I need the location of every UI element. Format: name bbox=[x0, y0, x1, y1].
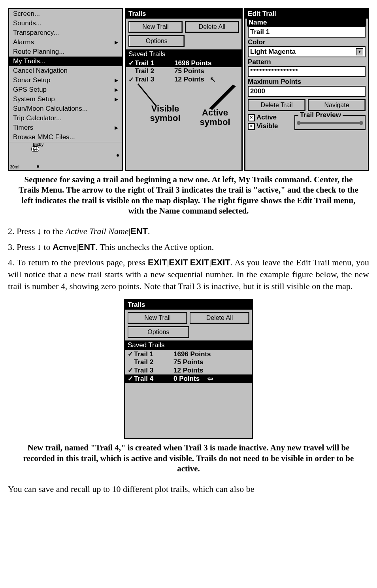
figure-2: Trails New Trail Delete All Options Save… bbox=[8, 299, 369, 439]
trail-row-1[interactable]: ✓ Trail 1 1696 Points bbox=[126, 59, 241, 67]
trail-name: Trail 4 bbox=[134, 375, 173, 383]
name-field[interactable]: Trail 1 bbox=[248, 26, 366, 38]
menu-trip-calculator[interactable]: Trip Calculator... bbox=[9, 113, 122, 123]
trail-points: 0 Points bbox=[173, 375, 200, 383]
new-trail-button-2[interactable]: New Trail bbox=[128, 312, 187, 324]
step-3-text: 3. Press ↓ to Active|ENT. This unchecks … bbox=[8, 241, 369, 253]
delete-trail-button[interactable]: Delete Trail bbox=[248, 99, 305, 111]
trail-name: Trail 1 bbox=[134, 350, 173, 358]
saved-trails-header: Saved Trails bbox=[126, 49, 241, 59]
check-icon: ✓ bbox=[128, 374, 134, 383]
delete-all-button[interactable]: Delete All bbox=[185, 21, 239, 33]
trail-row[interactable]: ✓ Trail 1 1696 Points bbox=[125, 350, 252, 358]
step-2-text: 2. Press ↓ to the Active Trail Name|ENT. bbox=[8, 225, 369, 237]
visible-checkbox[interactable]: ×Visible bbox=[248, 122, 291, 130]
pattern-label: Pattern bbox=[248, 58, 366, 66]
menu-sun-moon[interactable]: Sun/Moon Calculations... bbox=[9, 104, 122, 113]
closing-paragraph: You can save and recall up to 10 differe… bbox=[8, 483, 369, 495]
check-icon: ✓ bbox=[128, 76, 135, 84]
trail-points: 1696 Points bbox=[174, 59, 212, 67]
trail-name: Trail 3 bbox=[135, 76, 174, 83]
options-button-2[interactable]: Options bbox=[128, 326, 189, 338]
submenu-arrow-icon: ▶ bbox=[115, 87, 118, 93]
color-label: Color bbox=[248, 38, 366, 46]
trail-points: 75 Points bbox=[174, 67, 204, 75]
navigate-button[interactable]: Navigate bbox=[308, 99, 366, 111]
active-checkbox[interactable]: ×Active bbox=[248, 113, 291, 121]
map-preview: Bixby 64 30mi bbox=[9, 142, 122, 170]
check-icon: ✓ bbox=[128, 366, 134, 374]
map-cursor-dot-icon bbox=[117, 154, 119, 157]
submenu-arrow-icon: ▶ bbox=[115, 125, 118, 130]
trail-row[interactable]: Trail 2 75 Points bbox=[125, 358, 252, 366]
map-point-icon bbox=[37, 165, 39, 168]
max-points-label: Maximum Points bbox=[248, 78, 366, 86]
trail-name: Trail 2 bbox=[134, 358, 173, 366]
edit-trail-title: Edit Trail bbox=[245, 9, 368, 19]
menu-cancel-navigation[interactable]: Cancel Navigation bbox=[9, 66, 122, 76]
active-trail-arrow-icon: ⇦ bbox=[207, 374, 213, 383]
submenu-arrow-icon: ▶ bbox=[115, 78, 118, 83]
trail-row-2[interactable]: Trail 2 75 Points bbox=[126, 67, 241, 75]
figure2-caption: New trail, named "Trail 4," is created w… bbox=[16, 442, 361, 474]
check-icon: ✓ bbox=[128, 350, 134, 358]
trails-panel: Trails New Trail Delete All Options Save… bbox=[125, 8, 243, 171]
menu-timers[interactable]: Timers▶ bbox=[9, 123, 122, 132]
menu-my-trails[interactable]: My Trails... bbox=[9, 57, 122, 66]
submenu-arrow-icon: ▶ bbox=[115, 96, 118, 102]
menu-screen[interactable]: Screen... bbox=[9, 9, 122, 19]
active-trail-arrow-icon: ↖ bbox=[210, 75, 216, 84]
trail-row-selected[interactable]: ✓ Trail 4 0 Points ⇦ bbox=[125, 374, 252, 383]
menu-route-planning[interactable]: Route Planning... bbox=[9, 47, 122, 57]
trail-name: Trail 2 bbox=[135, 67, 174, 75]
dropdown-arrow-icon: ▼ bbox=[356, 48, 363, 55]
step-4-paragraph: 4. To return to the previous page, press… bbox=[8, 257, 369, 292]
map-scale-label: 30mi bbox=[10, 164, 19, 169]
trail-name: Trail 3 bbox=[134, 367, 173, 374]
menu-transparency[interactable]: Transparency... bbox=[9, 28, 122, 38]
color-select[interactable]: Light Magenta ▼ bbox=[248, 46, 366, 57]
edit-trail-panel: Edit Trail Name Trail 1 Color Light Mage… bbox=[244, 8, 369, 171]
trails-title-2: Trails bbox=[125, 300, 252, 310]
menu-alarms[interactable]: Alarms▶ bbox=[9, 38, 122, 47]
checkbox-checked-icon: × bbox=[248, 123, 255, 130]
trail-name: Trail 1 bbox=[135, 59, 174, 67]
trail-preview-line-icon bbox=[298, 122, 362, 124]
menu-system-setup[interactable]: System Setup▶ bbox=[9, 95, 122, 104]
figure-row-1: Screen... Sounds... Transparency... Alar… bbox=[8, 8, 369, 171]
delete-all-button-2[interactable]: Delete All bbox=[190, 312, 249, 324]
trail-preview-label: Trail Preview bbox=[298, 111, 343, 119]
map-highway-badge: 64 bbox=[31, 146, 39, 152]
visible-checkbox-label: Visible bbox=[256, 122, 278, 130]
trail-points: 75 Points bbox=[173, 358, 204, 366]
menu-panel: Screen... Sounds... Transparency... Alar… bbox=[8, 8, 123, 171]
trail-preview-group: Trail Preview bbox=[294, 115, 366, 130]
menu-sounds[interactable]: Sounds... bbox=[9, 19, 122, 28]
menu-browse-mmc[interactable]: Browse MMC Files... bbox=[9, 132, 122, 142]
trail-points: 1696 Points bbox=[173, 350, 211, 358]
max-points-field[interactable]: 2000 bbox=[248, 86, 366, 97]
trail-row-3[interactable]: ✓ Trail 3 12 Points ↖ bbox=[126, 75, 241, 84]
color-value: Light Magenta bbox=[250, 48, 296, 56]
pattern-field[interactable]: **************** bbox=[248, 66, 366, 77]
check-icon: ✓ bbox=[128, 59, 135, 67]
trail-points: 12 Points bbox=[173, 367, 204, 374]
trail-row[interactable]: ✓ Trail 3 12 Points bbox=[125, 366, 252, 374]
trails-title: Trails bbox=[126, 9, 241, 19]
saved-trails-header-2: Saved Trails bbox=[125, 340, 252, 350]
active-checkbox-label: Active bbox=[256, 113, 277, 121]
new-trail-button[interactable]: New Trail bbox=[128, 21, 183, 33]
menu-sonar-setup[interactable]: Sonar Setup▶ bbox=[9, 76, 122, 85]
trails-panel-2: Trails New Trail Delete All Options Save… bbox=[124, 299, 253, 439]
options-button[interactable]: Options bbox=[128, 35, 185, 47]
checkbox-checked-icon: × bbox=[248, 114, 255, 121]
menu-gps-setup[interactable]: GPS Setup▶ bbox=[9, 85, 122, 95]
figure1-caption: Sequence for saving a trail and beginnin… bbox=[16, 174, 361, 216]
trail-points: 12 Points bbox=[174, 76, 204, 83]
submenu-arrow-icon: ▶ bbox=[115, 40, 118, 45]
name-label: Name bbox=[247, 19, 366, 26]
